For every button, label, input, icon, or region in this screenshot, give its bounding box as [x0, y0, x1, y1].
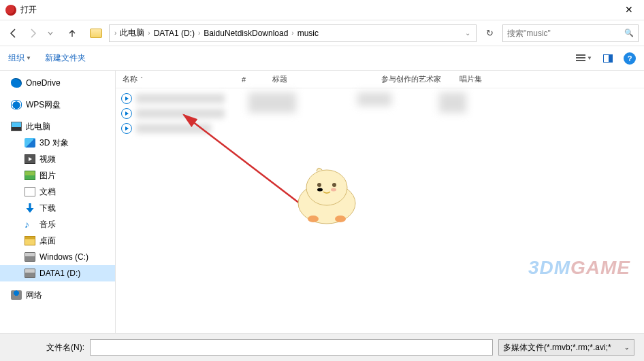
app-icon [5, 5, 16, 16]
arrow-up-icon [67, 28, 78, 39]
preview-icon [603, 54, 613, 63]
sort-indicator-icon: ˄ [140, 76, 143, 82]
close-icon[interactable]: ✕ [619, 3, 639, 16]
sidebar-item-wps[interactable]: WPS网盘 [0, 97, 115, 113]
music-icon: ♪ [25, 220, 35, 229]
video-icon [25, 154, 35, 164]
sidebar: OneDrive WPS网盘 此电脑 3D 对象 视频 图片 文档 下载 ♪音乐… [0, 71, 116, 333]
sidebar-item-image[interactable]: 图片 [0, 167, 115, 184]
svg-point-7 [308, 216, 319, 222]
filename-input[interactable] [90, 339, 493, 356]
search-box[interactable]: 🔍 [502, 24, 639, 42]
chevron-down-icon: ▼ [587, 55, 592, 61]
chevron-right-icon: › [112, 29, 118, 37]
svg-point-4 [332, 183, 336, 187]
sidebar-item-pc[interactable]: 此电脑 [0, 118, 115, 135]
nav-history-dropdown[interactable] [42, 25, 59, 41]
image-icon [25, 171, 35, 180]
window-title: 打开 [20, 4, 37, 16]
main-area: OneDrive WPS网盘 此电脑 3D 对象 视频 图片 文档 下载 ♪音乐… [0, 71, 644, 333]
media-file-icon [121, 123, 132, 134]
nav-forward-button[interactable] [25, 25, 41, 41]
sidebar-item-desktop[interactable]: 桌面 [0, 233, 115, 249]
arrow-left-icon [8, 28, 19, 39]
blurred-content [357, 92, 391, 106]
pc-icon [11, 122, 22, 131]
help-button[interactable]: ? [624, 52, 636, 65]
dialog-bottom: 文件名(N): 多媒体文件(*.rmvb;*.rm;*.avi;* ⌄ 打开(O… [0, 333, 644, 361]
sidebar-item-onedrive[interactable]: OneDrive [0, 75, 115, 91]
mascot-image [289, 159, 364, 227]
svg-point-6 [331, 188, 336, 192]
file-name-blurred [136, 109, 225, 118]
chevron-down-icon [47, 30, 54, 37]
svg-point-3 [317, 183, 321, 187]
wps-icon [11, 100, 22, 109]
file-row[interactable] [116, 121, 644, 136]
chevron-right-icon: › [146, 29, 152, 37]
folder-icon [90, 29, 102, 38]
titlebar: 打开 ✕ [0, 0, 644, 20]
media-file-icon [121, 93, 132, 104]
organize-menu[interactable]: 组织 ▼ [8, 52, 31, 64]
file-row[interactable] [116, 106, 644, 121]
sidebar-item-3d[interactable]: 3D 对象 [0, 135, 115, 151]
column-album[interactable]: 唱片集 [453, 74, 521, 84]
organize-label: 组织 [8, 52, 25, 64]
svg-point-2 [306, 170, 347, 205]
media-file-icon [121, 108, 132, 119]
newfolder-button[interactable]: 新建文件夹 [45, 52, 86, 64]
sidebar-item-doc[interactable]: 文档 [0, 184, 115, 200]
column-artist[interactable]: 参与创作的艺术家 [374, 74, 453, 84]
network-icon [11, 290, 22, 300]
sidebar-item-network[interactable]: 网络 [0, 287, 115, 303]
arrow-right-icon [27, 28, 38, 39]
crumb-pc[interactable]: 此电脑 [118, 27, 146, 39]
chevron-right-icon: › [196, 29, 202, 37]
breadcrumb[interactable]: › 此电脑 › DATA1 (D:) › BaiduNetdiskDownloa… [109, 24, 477, 42]
chevron-down-icon: ▼ [26, 55, 31, 61]
filename-label: 文件名(N): [10, 342, 84, 354]
refresh-button[interactable]: ↻ [482, 28, 497, 38]
file-content-area: 名称˄ # 标题 参与创作的艺术家 唱片集 [116, 71, 644, 333]
filetype-dropdown[interactable]: 多媒体文件(*.rmvb;*.rm;*.avi;* ⌄ [498, 339, 634, 356]
column-title[interactable]: 标题 [265, 74, 374, 84]
drive-icon [25, 252, 35, 262]
filetype-label: 多媒体文件(*.rmvb;*.rm;*.avi;* [503, 342, 611, 354]
crumb-folder2[interactable]: music [296, 29, 320, 38]
blurred-content [439, 92, 466, 113]
crumb-drive[interactable]: DATA1 (D:) [152, 29, 196, 38]
download-icon [25, 203, 35, 213]
crumb-folder1[interactable]: BaiduNetdiskDownload [202, 29, 289, 38]
search-input[interactable] [507, 29, 624, 38]
list-view-icon [576, 54, 585, 63]
svg-point-5 [317, 188, 323, 192]
column-num[interactable]: # [235, 75, 265, 84]
sidebar-item-download[interactable]: 下载 [0, 200, 115, 216]
3d-icon [25, 138, 35, 148]
svg-point-1 [298, 183, 355, 224]
drive-icon [25, 269, 35, 278]
svg-point-8 [335, 216, 346, 222]
nav-back-button[interactable] [5, 25, 22, 41]
blurred-content [248, 92, 296, 113]
file-name-blurred [136, 94, 225, 103]
watermark: 3DMGAME [528, 257, 630, 279]
column-headers: 名称˄ # 标题 参与创作的艺术家 唱片集 [116, 71, 644, 88]
breadcrumb-dropdown[interactable]: ⌄ [465, 29, 470, 37]
column-name[interactable]: 名称˄ [116, 74, 235, 84]
sidebar-item-music[interactable]: ♪音乐 [0, 216, 115, 233]
chevron-right-icon: › [289, 29, 295, 37]
sidebar-item-video[interactable]: 视频 [0, 151, 115, 167]
desktop-icon [25, 236, 35, 245]
search-icon[interactable]: 🔍 [624, 29, 634, 37]
onedrive-icon [11, 78, 22, 88]
sidebar-item-windowsc[interactable]: Windows (C:) [0, 249, 115, 265]
chevron-down-icon: ⌄ [624, 344, 630, 351]
nav-up-button[interactable] [64, 25, 80, 41]
view-mode-button[interactable]: ▼ [576, 54, 592, 63]
preview-pane-button[interactable] [603, 54, 613, 63]
sidebar-item-data1d[interactable]: DATA1 (D:) [0, 265, 115, 281]
navbar: › 此电脑 › DATA1 (D:) › BaiduNetdiskDownloa… [0, 20, 644, 46]
file-name-blurred [136, 124, 211, 133]
